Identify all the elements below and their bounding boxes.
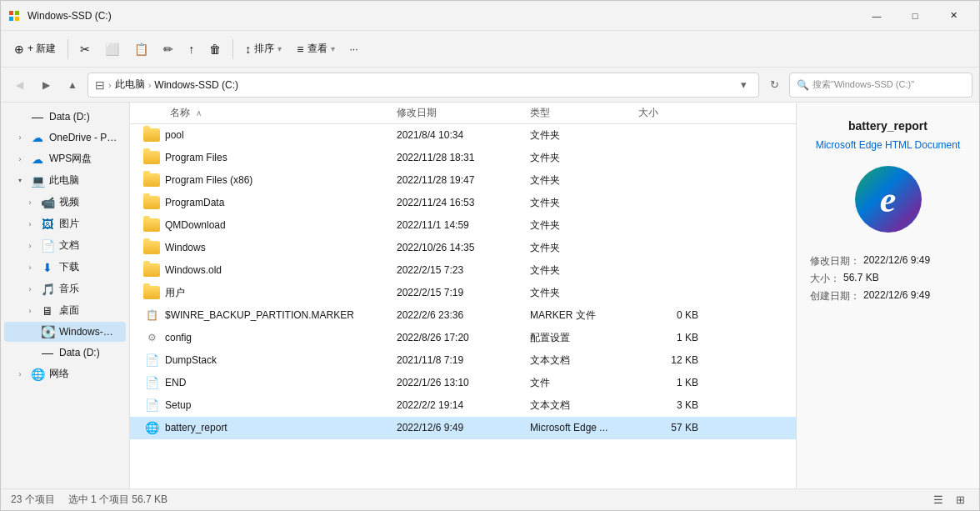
downloads-icon: ⬇ (41, 261, 54, 274)
file-type: 文本文档 (530, 398, 638, 413)
file-date: 2022/2/15 7:19 (397, 287, 530, 298)
maximize-button[interactable]: □ (896, 1, 934, 31)
delete-button[interactable]: 🗑 (202, 39, 228, 59)
file-date: 2022/2/2 19:14 (397, 399, 530, 411)
file-date: 2022/2/15 7:23 (397, 264, 530, 276)
status-selected: 选中 1 个项目 56.7 KB (68, 493, 168, 507)
column-type: 类型 (530, 106, 638, 120)
file-icon-area: 📄 (143, 374, 160, 391)
expand-icon: › (24, 240, 36, 252)
file-size: 0 KB (638, 309, 705, 321)
sort-button[interactable]: ↕ 排序 ▾ (238, 38, 288, 59)
sidebar-item-downloads[interactable]: › ⬇ 下载 (4, 257, 126, 278)
sidebar-item-docs[interactable]: › 📄 文档 (4, 235, 126, 256)
grid-view-button[interactable]: ⊞ (951, 491, 969, 509)
table-row[interactable]: QMDownload 2022/11/1 14:59 文件夹 (130, 214, 796, 237)
sidebar-item-data-d2[interactable]: — Data (D:) (4, 343, 126, 363)
file-name-cell: Program Files (x86) (130, 172, 397, 188)
new-button[interactable]: ⊕ + 新建 (8, 38, 62, 59)
table-row[interactable]: 📄 DumpStack 2021/11/8 7:19 文本文档 12 KB (130, 349, 796, 372)
svg-rect-2 (9, 17, 13, 21)
column-date[interactable]: 修改日期 (397, 106, 530, 120)
table-row[interactable]: ProgramData 2022/11/24 16:53 文件夹 (130, 192, 796, 214)
file-icon-area (143, 262, 160, 278)
rename-button[interactable]: ✏ (157, 39, 180, 59)
file-name-cell: Windows.old (130, 262, 397, 278)
file-icon-area: 📄 (143, 352, 160, 368)
minimize-button[interactable]: — (858, 1, 896, 31)
list-view-button[interactable]: ☰ (929, 491, 948, 509)
share-button[interactable]: ↑ (182, 39, 201, 59)
breadcrumb-drive[interactable]: Windows-SSD (C:) (154, 79, 238, 91)
table-row[interactable]: Program Files 2022/11/28 18:31 文件夹 (130, 147, 796, 169)
file-size: 1 KB (638, 377, 705, 388)
sidebar-item-network[interactable]: › 🌐 网络 (4, 363, 126, 384)
sidebar-item-windows-ssd[interactable]: 💽 Windows-SSD (4, 322, 126, 342)
file-name-cell: 📋 $WINRE_BACKUP_PARTITION.MARKER (130, 307, 397, 323)
file-icon-area: 🌐 (143, 419, 160, 436)
table-row[interactable]: 📄 Setup 2022/2/2 19:14 文本文档 3 KB (130, 394, 796, 417)
file-icon-area (143, 149, 160, 166)
table-row[interactable]: 📋 $WINRE_BACKUP_PARTITION.MARKER 2022/2/… (130, 304, 796, 327)
table-row[interactable]: Windows.old 2022/2/15 7:23 文件夹 (130, 259, 796, 282)
close-button[interactable]: ✕ (934, 1, 972, 31)
copy-button[interactable]: ⬜ (98, 39, 126, 59)
back-button[interactable]: ◀ (8, 73, 31, 97)
sidebar-item-images[interactable]: › 🖼 图片 (4, 213, 126, 234)
paste-icon: 📋 (134, 43, 148, 56)
file-type: 文本文档 (530, 353, 638, 368)
sidebar-item-wps[interactable]: › ☁ WPS网盘 (4, 148, 126, 169)
file-type: 文件 (530, 376, 638, 390)
table-row[interactable]: 用户 2022/2/15 7:19 文件夹 (130, 282, 796, 304)
column-name[interactable]: 名称 ∧ (130, 106, 397, 120)
forward-button[interactable]: ▶ (34, 73, 58, 97)
address-path[interactable]: ⊟ › 此电脑 › Windows-SSD (C:) ▾ (88, 73, 759, 98)
cut-button[interactable]: ✂ (73, 39, 97, 59)
sidebar-label: OneDrive - Per... (49, 132, 119, 143)
folder-icon (143, 286, 160, 299)
more-button[interactable]: ··· (343, 40, 365, 58)
table-row[interactable]: Program Files (x86) 2022/11/28 19:47 文件夹 (130, 169, 796, 192)
detail-meta-value: 2022/12/6 9:49 (863, 289, 930, 303)
table-row[interactable]: ⚙ config 2022/8/26 17:20 配置设置 1 KB (130, 327, 796, 349)
up-button[interactable]: ▲ (61, 73, 84, 97)
folder-icon (143, 263, 160, 277)
sidebar-item-thispc[interactable]: ▾ 💻 此电脑 (4, 170, 126, 191)
refresh-button[interactable]: ↻ (762, 73, 786, 97)
folder-icon (143, 241, 160, 254)
drive-icon-2: — (41, 346, 54, 359)
sidebar-label: 视频 (59, 195, 119, 209)
search-box[interactable]: 🔍 搜索"Windows-SSD (C:)" (789, 73, 972, 98)
column-size: 大小 (638, 106, 705, 120)
share-icon: ↑ (188, 43, 194, 56)
sort-icon: ↕ (245, 43, 251, 56)
expand-icon (24, 326, 36, 338)
main-content: — Data (D:) › ☁ OneDrive - Per... › ☁ WP… (1, 103, 979, 488)
file-date: 2022/10/26 14:35 (397, 242, 530, 253)
sort-arrow-icon: ▾ (278, 44, 282, 53)
sidebar-item-music[interactable]: › 🎵 音乐 (4, 278, 126, 299)
music-icon: 🎵 (41, 283, 54, 296)
sidebar-item-desktop[interactable]: › 🖥 桌面 (4, 300, 126, 321)
sidebar-item-video[interactable]: › 📹 视频 (4, 192, 126, 213)
breadcrumb-icon: ⊟ (95, 78, 105, 92)
table-row[interactable]: Windows 2022/10/26 14:35 文件夹 (130, 237, 796, 259)
table-row[interactable]: 📄 END 2022/1/26 13:10 文件 1 KB (130, 372, 796, 394)
table-row[interactable]: pool 2021/8/4 10:34 文件夹 (130, 124, 796, 147)
table-row[interactable]: 🌐 battery_report 2022/12/6 9:49 Microsof… (130, 417, 796, 439)
breadcrumb-thispc[interactable]: 此电脑 (115, 78, 145, 92)
folder-icon (143, 196, 160, 209)
sort-asc-icon: ∧ (196, 108, 202, 118)
address-expand-button[interactable]: ▾ (735, 77, 752, 93)
sidebar-label: 文档 (59, 238, 119, 253)
file-type: 文件夹 (530, 241, 638, 255)
view-button[interactable]: ≡ 查看 ▾ (290, 38, 341, 59)
sidebar-item-onedrive[interactable]: › ☁ OneDrive - Per... (4, 128, 126, 148)
sidebar-item-data-d[interactable]: — Data (D:) (4, 107, 126, 127)
paste-button[interactable]: 📋 (128, 39, 155, 59)
file-type: 文件夹 (530, 286, 638, 300)
detail-filename: battery_report (848, 119, 928, 133)
pc-icon: 💻 (31, 174, 44, 188)
file-rows: pool 2021/8/4 10:34 文件夹 Program Files 20… (130, 124, 796, 439)
svg-rect-1 (15, 11, 19, 15)
